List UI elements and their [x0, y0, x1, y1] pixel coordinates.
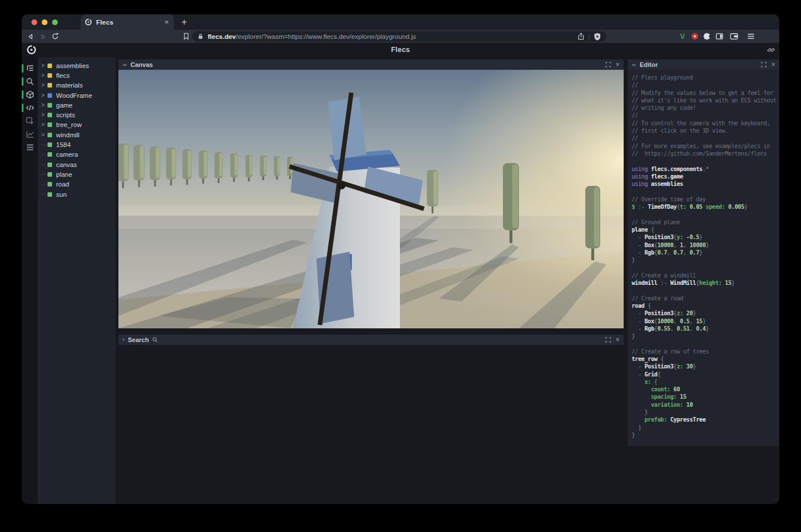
- tree-item-assemblies[interactable]: >assemblies: [38, 61, 116, 70]
- entity-tree-toggle[interactable]: [22, 62, 38, 75]
- browser-tab[interactable]: Flecs ×: [81, 14, 174, 30]
- tree-item-tree_row[interactable]: >tree_row: [38, 120, 116, 130]
- url-separator: |: [588, 33, 590, 40]
- close-icon[interactable]: ×: [771, 61, 775, 68]
- menu-button[interactable]: [746, 30, 756, 43]
- expand-arrow-icon[interactable]: >: [41, 102, 47, 108]
- code-line: // Ground plane: [632, 219, 779, 226]
- bookmark-button[interactable]: [181, 30, 191, 43]
- tree-item-materials[interactable]: >materials: [38, 81, 116, 90]
- wallet-button[interactable]: [729, 30, 739, 43]
- sidebar-toggle-icon: [716, 33, 723, 39]
- traffic-lights: [22, 19, 65, 25]
- entity-color-square: [47, 142, 52, 147]
- entity-label: road: [56, 181, 69, 188]
- code-line: road {: [632, 302, 779, 309]
- canvas-toggle[interactable]: [22, 88, 38, 101]
- extension-v-button[interactable]: V: [677, 30, 688, 43]
- code-editor[interactable]: // Flecs playground//// Modify the value…: [628, 70, 779, 446]
- entity-label: flecs: [56, 72, 70, 79]
- code-line: - Position3{z: 20}: [632, 309, 779, 317]
- code-line: [632, 287, 779, 294]
- leaf-dash-icon: —: [41, 162, 47, 167]
- code-line: plane {: [632, 226, 779, 233]
- url-bar[interactable]: flecs.dev/explorer/?wasm=https://www.fle…: [192, 31, 606, 42]
- expand-arrow-icon[interactable]: >: [41, 122, 47, 128]
- close-icon[interactable]: ×: [616, 336, 620, 343]
- code-line: // first click on the 3D view.: [632, 127, 779, 134]
- expand-arrow-icon[interactable]: >: [41, 73, 47, 78]
- inspect-icon: [26, 117, 34, 125]
- puzzle-icon: [703, 33, 711, 40]
- shield-icon[interactable]: [594, 33, 601, 41]
- reload-button[interactable]: [50, 30, 60, 43]
- minimize-window-button[interactable]: [42, 19, 47, 25]
- tree-item-1584[interactable]: —1584: [38, 140, 116, 149]
- panel-icon-strip: [22, 57, 38, 504]
- expand-arrow-icon[interactable]: >: [41, 93, 47, 98]
- extensions-button[interactable]: [701, 30, 712, 43]
- tree-item-flecs[interactable]: >flecs: [38, 70, 116, 80]
- back-button[interactable]: [25, 30, 35, 43]
- editor-toggle[interactable]: [22, 101, 38, 114]
- leaf-dash-icon: —: [41, 182, 47, 187]
- tree-item-game[interactable]: >game: [38, 100, 116, 110]
- canvas-3d-view[interactable]: [118, 70, 624, 328]
- new-tab-button[interactable]: +: [181, 17, 187, 27]
- chevron-down-icon[interactable]: [632, 63, 636, 66]
- stats-toggle[interactable]: [22, 128, 38, 141]
- zoom-window-button[interactable]: [52, 19, 58, 25]
- expand-arrow-icon[interactable]: >: [41, 63, 47, 69]
- tree-item-windmill[interactable]: >windmill: [38, 130, 116, 140]
- app-header: Flecs: [22, 43, 779, 57]
- log-toggle[interactable]: [22, 141, 38, 154]
- code-line: //: [632, 134, 779, 142]
- menu-icon: [747, 33, 755, 39]
- expand-arrow-icon[interactable]: >: [41, 82, 47, 88]
- code-line: [632, 340, 779, 347]
- collapsed-dot-icon[interactable]: •: [122, 337, 125, 343]
- code-icon: [26, 104, 34, 112]
- close-window-button[interactable]: [31, 19, 37, 25]
- code-line: // Create a row of trees: [632, 348, 779, 355]
- inspector-toggle[interactable]: [22, 114, 38, 128]
- tree-item-scripts[interactable]: >scripts: [38, 110, 116, 120]
- fullscreen-icon[interactable]: [605, 62, 611, 68]
- query-toggle[interactable]: [22, 75, 38, 88]
- expand-arrow-icon[interactable]: >: [41, 112, 47, 118]
- 3d-scene: [118, 70, 624, 328]
- tree-item-plane[interactable]: —plane: [38, 169, 116, 179]
- extension-red-button[interactable]: [689, 30, 700, 43]
- tree-item-road[interactable]: —road: [38, 180, 116, 189]
- forward-button[interactable]: [38, 30, 48, 43]
- code-line: // what it's like to work with an ECS wi…: [632, 97, 779, 104]
- fullscreen-icon[interactable]: [605, 337, 611, 343]
- entity-color-square: [47, 192, 52, 197]
- cube-icon: [26, 90, 34, 99]
- tree-item-sun[interactable]: —sun: [38, 189, 116, 199]
- search-panel-title: Search: [128, 336, 149, 343]
- close-icon[interactable]: ×: [616, 61, 620, 68]
- tree-item-camera[interactable]: —camera: [38, 150, 116, 160]
- code-line: $ :- TimeOfDay{t: 0.05 speed: 0.005}: [632, 203, 779, 211]
- share-icon[interactable]: [578, 33, 584, 40]
- code-line: tree_row {: [632, 355, 779, 363]
- code-line: }: [632, 256, 779, 264]
- expand-arrow-icon[interactable]: >: [41, 132, 47, 138]
- entity-label: materials: [56, 82, 83, 89]
- tree-item-canvas[interactable]: —canvas: [38, 160, 116, 169]
- magnifier-icon: [152, 337, 158, 343]
- tab-close-icon[interactable]: ×: [163, 18, 170, 26]
- entity-label: 1584: [56, 141, 71, 148]
- code-line: [632, 264, 779, 271]
- bookmark-icon: [183, 33, 189, 40]
- entity-label: tree_row: [56, 121, 82, 128]
- sidebar-toggle-button[interactable]: [714, 30, 724, 43]
- chevron-down-icon[interactable]: [122, 63, 127, 66]
- tree-item-WoodFrame[interactable]: >WoodFrame: [38, 90, 116, 100]
- code-line: }: [632, 424, 779, 431]
- permalink-icon[interactable]: [767, 46, 775, 54]
- fullscreen-icon[interactable]: [761, 62, 767, 68]
- leaf-dash-icon: —: [41, 192, 47, 197]
- code-line: // To control the camera with the keyboa…: [632, 120, 779, 127]
